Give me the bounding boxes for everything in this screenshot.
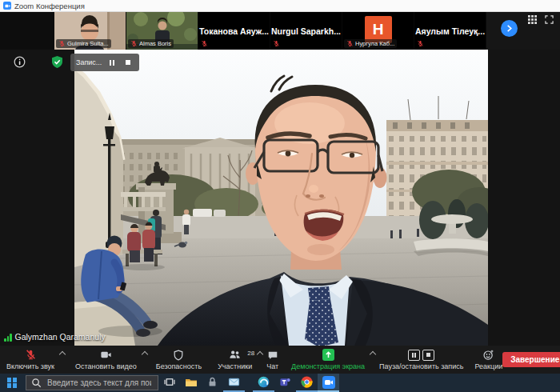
active-speaker-video bbox=[74, 50, 488, 346]
edge-icon[interactable] bbox=[253, 374, 274, 392]
chat-icon bbox=[267, 350, 278, 361]
mail-icon[interactable] bbox=[223, 374, 245, 392]
windows-logo-icon bbox=[7, 378, 17, 387]
next-participants-button[interactable] bbox=[501, 20, 518, 37]
main-stage: Запис... Galymzhan Qaramanuly bbox=[0, 50, 560, 346]
muted-mic-icon bbox=[417, 40, 424, 47]
participants-count: 28 bbox=[247, 350, 254, 357]
teams-icon[interactable] bbox=[274, 374, 296, 392]
participant-tile-video[interactable]: Gulmira Sulta... bbox=[54, 12, 126, 50]
participant-tile-name[interactable]: Аяулым Тілеуқ... bbox=[414, 12, 486, 50]
recording-indicator: Запис... bbox=[70, 54, 139, 71]
fullscreen-icon[interactable] bbox=[545, 15, 554, 24]
speaker-name: Galymzhan Qaramanuly bbox=[15, 332, 106, 342]
participant-tile-avatar[interactable]: H Нургула Каб... bbox=[342, 12, 414, 50]
chevron-right-icon bbox=[506, 25, 513, 32]
shield-icon bbox=[173, 350, 184, 361]
chrome-icon[interactable] bbox=[296, 374, 318, 392]
file-explorer-icon[interactable] bbox=[180, 374, 202, 392]
window-titlebar: Zoom Конференция bbox=[0, 0, 560, 12]
search-icon bbox=[31, 378, 42, 388]
audio-level-icon bbox=[4, 334, 12, 342]
recording-label: Запис... bbox=[76, 58, 102, 66]
share-screen-button[interactable]: Демонстрация экрана bbox=[291, 349, 365, 370]
zoom-taskbar-icon[interactable] bbox=[318, 374, 339, 392]
stop-recording-button[interactable] bbox=[122, 58, 134, 68]
start-button[interactable] bbox=[0, 374, 24, 392]
participants-options-caret[interactable] bbox=[257, 351, 263, 358]
participant-name: Токанова Аяуж... bbox=[198, 12, 270, 50]
task-view-icon[interactable] bbox=[158, 374, 180, 392]
windows-taskbar bbox=[0, 374, 560, 392]
padlock-icon[interactable] bbox=[202, 374, 223, 392]
zoom-window: Zoom Конференция Gulmira Sulta... bbox=[0, 0, 560, 392]
fountain bbox=[414, 199, 488, 256]
participants-button[interactable]: Участники 28 bbox=[218, 349, 252, 370]
participant-name: Almas Boris bbox=[139, 40, 171, 47]
muted-mic-icon bbox=[58, 40, 66, 47]
encryption-shield-icon[interactable] bbox=[50, 55, 64, 69]
chat-button[interactable]: Чат bbox=[266, 349, 278, 370]
zoom-app-icon bbox=[3, 2, 11, 10]
participant-tile-name[interactable]: Nurgul Saparkh... bbox=[270, 12, 342, 50]
filmstrip-spacer bbox=[0, 12, 54, 50]
search-input[interactable] bbox=[46, 378, 153, 388]
taskbar-search[interactable] bbox=[26, 375, 158, 390]
participant-tile-video[interactable]: Almas Boris bbox=[126, 12, 198, 50]
mic-options-caret[interactable] bbox=[59, 351, 66, 358]
pause-recording-button[interactable] bbox=[106, 58, 118, 68]
muted-mic-icon bbox=[346, 40, 354, 47]
stop-video-button[interactable]: Остановить видео bbox=[75, 349, 137, 370]
muted-mic-icon bbox=[201, 40, 208, 47]
share-screen-icon bbox=[322, 349, 334, 361]
smiley-icon bbox=[482, 349, 494, 361]
participant-name: Нургула Каб... bbox=[355, 40, 394, 47]
active-speaker-label: Galymzhan Qaramanuly bbox=[4, 332, 106, 342]
taskbar-empty-area bbox=[339, 374, 560, 392]
muted-mic-icon bbox=[273, 40, 280, 47]
pause-stop-icons bbox=[408, 350, 434, 361]
window-title: Zoom Конференция bbox=[14, 2, 85, 10]
participant-name: Аяулым Тілеуқ... bbox=[414, 12, 486, 50]
unmute-button[interactable]: Включить звук bbox=[6, 349, 54, 370]
gallery-view-icon[interactable] bbox=[528, 15, 537, 24]
video-options-caret[interactable] bbox=[141, 351, 147, 358]
muted-mic-icon bbox=[25, 349, 37, 361]
security-button[interactable]: Безопасность bbox=[156, 349, 202, 370]
participants-icon bbox=[229, 349, 241, 361]
participant-name: Nurgul Saparkh... bbox=[270, 12, 342, 50]
muted-mic-icon bbox=[130, 40, 138, 47]
end-meeting-button[interactable]: Завершение bbox=[502, 352, 560, 367]
pause-stop-recording-button[interactable]: Пауза/остановить запись bbox=[379, 349, 463, 370]
participant-tile-name[interactable]: Токанова Аяуж... bbox=[198, 12, 270, 50]
camera-icon bbox=[100, 349, 112, 361]
share-options-caret[interactable] bbox=[370, 351, 376, 358]
participants-filmstrip: Gulmira Sulta... Almas Boris bbox=[0, 12, 560, 50]
participant-name: Gulmira Sulta... bbox=[67, 40, 109, 47]
meeting-info-icon[interactable] bbox=[14, 56, 26, 68]
reactions-button[interactable]: Реакции bbox=[474, 349, 502, 370]
meeting-toolbar: Включить звук Остановить видео Безопасно… bbox=[0, 346, 560, 374]
